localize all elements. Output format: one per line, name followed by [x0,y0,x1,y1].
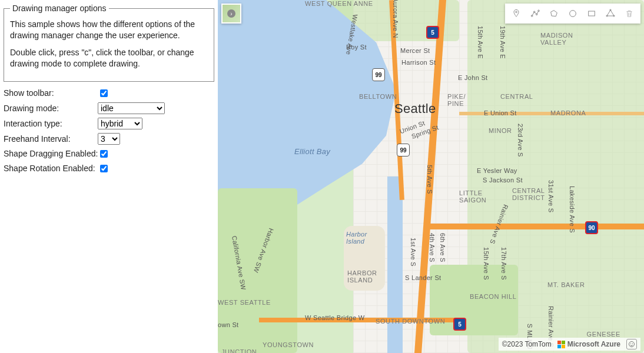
polygon-icon [549,9,559,18]
svg-point-11 [630,344,631,344]
shield-99: 99 [372,68,385,81]
road-i90 [430,224,644,229]
options-panel: Drawing manager options This sample show… [0,0,218,353]
label-elliott-bay: Elliott Bay [294,147,330,156]
freehand-interval-select[interactable]: 3 [98,133,120,145]
shield-i5: 5 [453,318,466,331]
shape-dragging-checkbox[interactable] [100,150,108,158]
controls-grid: Show toolbar: Drawing mode: idle Interac… [4,88,214,174]
label-street: E Yesler Way [477,167,517,174]
attribution-azure-text: Microsoft Azure [567,340,620,348]
map-style-selector[interactable]: › [221,4,241,24]
edit-shape-button[interactable] [602,5,619,22]
attribution-copyright: ©2023 TomTom [502,340,552,348]
show-toolbar-checkbox[interactable] [100,89,108,97]
label-avenue: 17th Ave S [500,247,507,280]
label-area: WEST SEATTLE [218,299,271,306]
drawing-toolbar [505,4,640,24]
draw-line-button[interactable] [526,5,544,22]
label-area: MADRONA [550,109,586,116]
label-street: Mercer St [400,47,430,54]
microsoft-logo-icon [557,341,565,348]
label-area: CENTRAL DISTRICT [512,187,545,201]
map-water-river [387,176,403,353]
circle-icon [568,9,577,18]
label-area: PIKE/ PINE [447,93,466,107]
draw-polygon-button[interactable] [545,5,563,22]
label-avenue: 5th Ave S [426,165,433,194]
drawing-mode-select[interactable]: idle [98,102,165,114]
label-area: MINOR [489,127,512,134]
label-street: E John St [458,74,487,81]
label-area: YOUNGSTOWN [263,341,314,348]
label-city: Seattle [394,101,436,116]
label-area: SOUTH DOWNTOWN [376,318,445,325]
draw-circle-button[interactable] [564,5,582,22]
label-avenue: Aurora Ave N [392,0,399,38]
label-avenue: 23rd Ave S [517,124,524,157]
interaction-type-label: Interaction type: [4,119,98,128]
label-area: MT. BAKER [547,281,585,288]
label-street: W Seattle Bridge W [305,314,364,321]
label-harbor-island-water: Harbor Island [346,231,367,245]
label-avenue: 1st Ave S [410,238,417,267]
polyline-icon [530,9,540,18]
label-avenue: 15th Ave S [483,247,490,280]
app-root: Drawing manager options This sample show… [0,0,644,353]
label-street: Harrison St [401,59,436,66]
label-avenue: 4th Ave S [429,233,436,262]
label-area: LITTLE SAIGON [459,189,486,204]
map-canvas[interactable]: 5 5 90 99 99 Seattle Elliott Bay Harbor … [218,0,644,353]
delete-shape-button[interactable] [620,5,638,22]
trash-icon [625,9,634,18]
feedback-button[interactable] [626,339,637,349]
shield-i5: 5 [426,26,439,39]
pin-icon [512,9,521,18]
svg-point-10 [629,342,635,347]
shield-i90: 90 [585,221,598,234]
svg-point-12 [632,344,633,344]
label-area: JUNCTION [221,348,257,353]
svg-point-5 [570,11,576,17]
smiley-icon [628,341,635,348]
label-avenue: 19th Ave E [499,26,506,59]
svg-point-0 [516,11,517,13]
label-area: HARBOR ISLAND [347,269,377,284]
draw-rectangle-button[interactable] [583,5,600,22]
drawing-mode-label: Drawing mode: [4,104,98,113]
options-description: This sample shows how the different opti… [10,19,208,69]
map-attribution: ©2023 TomTom Microsoft Azure [499,338,640,351]
label-area: WEST QUEEN ANNE [305,0,373,7]
attribution-azure: Microsoft Azure [557,340,620,348]
options-desc-2: Double click, press "c", click the toolb… [10,47,208,69]
shield-99: 99 [397,144,410,156]
label-street: own St [218,321,238,328]
shape-dragging-label: Shape Dragging Enabled: [4,149,98,158]
label-street: S Lander St [405,274,441,281]
options-fieldset: Drawing manager options This sample show… [4,4,214,82]
shape-rotation-checkbox[interactable] [100,165,108,172]
svg-rect-6 [589,11,595,16]
options-legend: Drawing manager options [10,4,109,13]
label-area: MADISON VALLEY [540,32,573,46]
label-avenue: 6th Ave S [439,233,446,262]
draw-point-button[interactable] [507,5,525,22]
label-street: E Union St [484,109,517,116]
freehand-interval-label: Freehand Interval: [4,134,98,144]
label-area: BELLTOWN [359,93,397,100]
label-avenue: 15th Ave E [477,26,484,59]
interaction-type-select[interactable]: hybrid [98,118,142,129]
label-area: CENTRAL [500,93,533,100]
options-desc-1: This sample shows how the different opti… [10,19,208,41]
label-avenue: Lakeside Ave S [569,186,576,233]
label-area: BEACON HILL [470,293,516,300]
label-avenue: 31st Ave S [547,180,555,212]
show-toolbar-label: Show toolbar: [4,88,98,98]
chevron-right-icon: › [227,9,235,18]
label-street: S Jackson St [483,176,523,184]
shape-rotation-label: Shape Rotation Enabled: [4,164,98,173]
label-area: GENESEE [587,331,620,338]
edit-shape-icon [606,9,615,18]
rectangle-icon [587,9,596,18]
